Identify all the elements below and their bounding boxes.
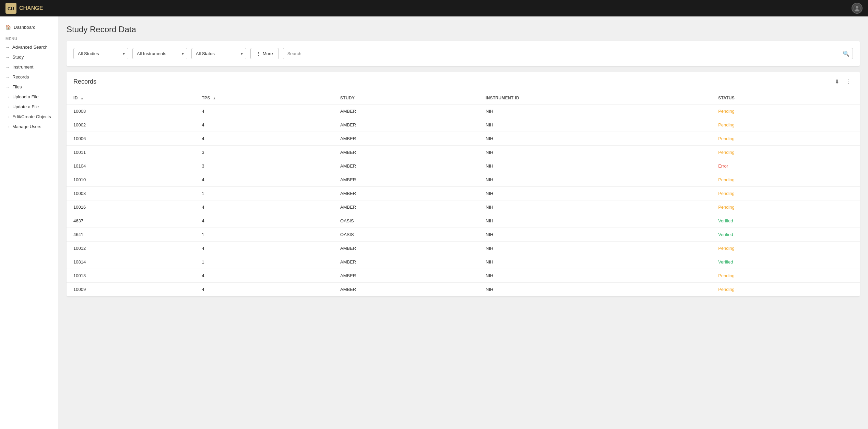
- cell-study: AMBER: [333, 104, 479, 118]
- table-row[interactable]: 10009 4 AMBER NIH Pending: [67, 283, 860, 296]
- table-row[interactable]: 10008 4 AMBER NIH Pending: [67, 104, 860, 118]
- cell-id: 4637: [67, 214, 195, 228]
- arrow-icon: →: [5, 85, 10, 89]
- sidebar-item-update-file[interactable]: →Update a File: [0, 102, 58, 112]
- arrow-icon: →: [5, 75, 10, 79]
- sidebar-item-instrument[interactable]: →Instrument: [0, 62, 58, 72]
- filter-bar: All Studies ▾ All Instruments ▾ All Stat…: [67, 41, 860, 66]
- sidebar-label: Instrument: [12, 64, 33, 70]
- col-id[interactable]: ID ▲: [67, 92, 195, 104]
- instruments-filter[interactable]: All Instruments ▾: [132, 48, 187, 59]
- instruments-select[interactable]: All Instruments: [132, 48, 187, 59]
- cell-id: 10012: [67, 242, 195, 255]
- arrow-icon: →: [5, 65, 10, 70]
- cell-tps: 3: [195, 159, 333, 173]
- cell-status: Pending: [711, 283, 860, 296]
- cell-id: 10016: [67, 200, 195, 214]
- cell-status: Pending: [711, 118, 860, 132]
- table-row[interactable]: 4637 4 OASIS NIH Verified: [67, 214, 860, 228]
- sidebar-label: Advanced Search: [12, 45, 48, 50]
- sidebar-item-edit-create[interactable]: →Edit/Create Objects: [0, 112, 58, 122]
- table-row[interactable]: 10104 3 AMBER NIH Error: [67, 159, 860, 173]
- cell-study: AMBER: [333, 187, 479, 200]
- sidebar-label: Study: [12, 54, 24, 60]
- records-card: Records ⬇ ⋮ ID ▲ TPs ▲ Study Instrument …: [67, 72, 860, 296]
- table-row[interactable]: 10010 4 AMBER NIH Pending: [67, 173, 860, 187]
- cell-id: 10104: [67, 159, 195, 173]
- cell-study: AMBER: [333, 146, 479, 159]
- cell-instrument-id: NIH: [479, 283, 711, 296]
- studies-filter[interactable]: All Studies ▾: [73, 48, 128, 59]
- app-logo[interactable]: CU CHANGE: [5, 3, 43, 14]
- cell-instrument-id: NIH: [479, 242, 711, 255]
- main-content: Study Record Data All Studies ▾ All Inst…: [58, 16, 868, 429]
- cell-study: OASIS: [333, 214, 479, 228]
- sidebar-label: Manage Users: [12, 124, 41, 129]
- cell-study: AMBER: [333, 132, 479, 146]
- cell-study: OASIS: [333, 228, 479, 242]
- cell-study: AMBER: [333, 200, 479, 214]
- cell-status: Error: [711, 159, 860, 173]
- search-input[interactable]: [283, 48, 853, 59]
- sidebar-item-records[interactable]: →Records: [0, 72, 58, 82]
- sidebar-item-files[interactable]: →Files: [0, 82, 58, 92]
- arrow-icon: →: [5, 105, 10, 109]
- cell-status: Verified: [711, 228, 860, 242]
- user-avatar[interactable]: [852, 3, 863, 14]
- cell-instrument-id: NIH: [479, 173, 711, 187]
- cell-tps: 1: [195, 228, 333, 242]
- cell-id: 10009: [67, 283, 195, 296]
- cell-status: Pending: [711, 146, 860, 159]
- cell-instrument-id: NIH: [479, 132, 711, 146]
- cell-status: Pending: [711, 104, 860, 118]
- table-row[interactable]: 10003 1 AMBER NIH Pending: [67, 187, 860, 200]
- table-row[interactable]: 10012 4 AMBER NIH Pending: [67, 242, 860, 255]
- sidebar-item-advanced-search[interactable]: →Advanced Search: [0, 42, 58, 52]
- cell-study: AMBER: [333, 118, 479, 132]
- table-row[interactable]: 10002 4 AMBER NIH Pending: [67, 118, 860, 132]
- cell-study: AMBER: [333, 283, 479, 296]
- cell-id: 10002: [67, 118, 195, 132]
- status-filter[interactable]: All Status Pending Verified Error ▾: [191, 48, 246, 59]
- table-row[interactable]: 10013 4 AMBER NIH Pending: [67, 269, 860, 283]
- cell-study: AMBER: [333, 269, 479, 283]
- cell-id: 10013: [67, 269, 195, 283]
- sidebar-menu-label: MENU: [0, 33, 58, 42]
- sidebar-item-dashboard[interactable]: 🏠 Dashboard: [0, 22, 58, 33]
- status-select[interactable]: All Status Pending Verified Error: [191, 48, 246, 59]
- download-button[interactable]: ⬇: [833, 77, 841, 86]
- svg-point-2: [856, 6, 858, 9]
- sidebar-item-manage-users[interactable]: →Manage Users: [0, 122, 58, 132]
- col-status: Status: [711, 92, 860, 104]
- table-row[interactable]: 10016 4 AMBER NIH Pending: [67, 200, 860, 214]
- more-options-button[interactable]: ⋮: [845, 77, 853, 86]
- cell-instrument-id: NIH: [479, 159, 711, 173]
- sidebar: 🏠 Dashboard MENU →Advanced Search→Study→…: [0, 16, 58, 429]
- table-row[interactable]: 4641 1 OASIS NIH Verified: [67, 228, 860, 242]
- cell-instrument-id: NIH: [479, 187, 711, 200]
- col-study: Study: [333, 92, 479, 104]
- cell-tps: 4: [195, 118, 333, 132]
- cell-instrument-id: NIH: [479, 146, 711, 159]
- cell-instrument-id: NIH: [479, 200, 711, 214]
- cell-tps: 4: [195, 214, 333, 228]
- cell-tps: 4: [195, 283, 333, 296]
- col-tps[interactable]: TPs ▲: [195, 92, 333, 104]
- sidebar-label: Edit/Create Objects: [12, 114, 51, 119]
- cell-instrument-id: NIH: [479, 269, 711, 283]
- studies-select[interactable]: All Studies: [73, 48, 128, 59]
- cell-status: Pending: [711, 132, 860, 146]
- cell-instrument-id: NIH: [479, 255, 711, 269]
- cell-status: Verified: [711, 255, 860, 269]
- records-header: Records ⬇ ⋮: [67, 72, 860, 92]
- cell-instrument-id: NIH: [479, 214, 711, 228]
- sidebar-item-upload-file[interactable]: →Upload a File: [0, 92, 58, 102]
- table-row[interactable]: 10006 4 AMBER NIH Pending: [67, 132, 860, 146]
- more-button[interactable]: ⋮ More: [250, 48, 279, 59]
- id-sort-icon: ▲: [80, 96, 84, 100]
- table-row[interactable]: 10011 3 AMBER NIH Pending: [67, 146, 860, 159]
- table-row[interactable]: 10814 1 AMBER NIH Verified: [67, 255, 860, 269]
- sidebar-item-study[interactable]: →Study: [0, 52, 58, 62]
- cell-study: AMBER: [333, 255, 479, 269]
- cell-id: 10010: [67, 173, 195, 187]
